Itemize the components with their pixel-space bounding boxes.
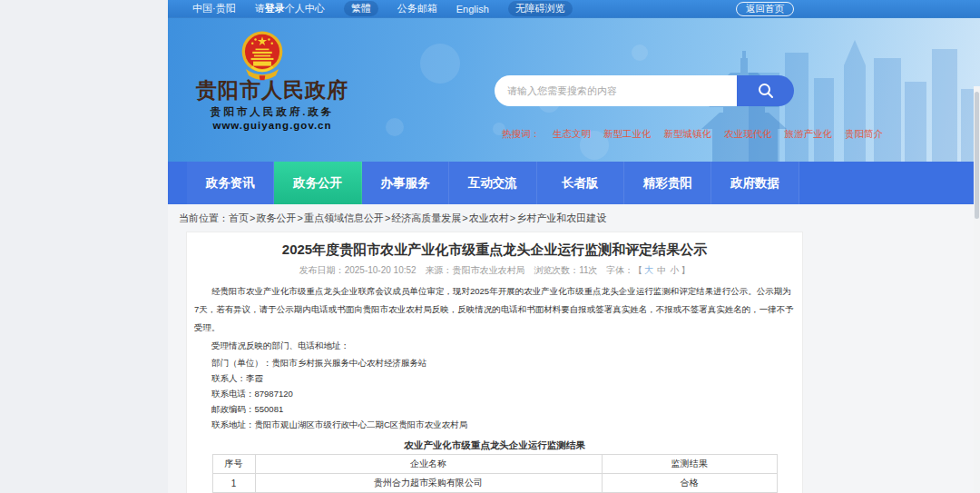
- back-home-button[interactable]: 返回首页: [736, 2, 794, 16]
- header-cell-name: 企业名称: [255, 455, 602, 474]
- hot-search-tag[interactable]: 农业现代化: [724, 128, 772, 141]
- search-button[interactable]: [737, 75, 794, 106]
- breadcrumb-link[interactable]: 经济高质量发展: [391, 212, 468, 223]
- nav-tab[interactable]: 政务资讯: [187, 162, 274, 204]
- hot-search-tag[interactable]: 新型工业化: [603, 128, 652, 141]
- site-title: 贵阳市人民政府: [168, 76, 377, 104]
- monitoring-result-table: 序号 企业名称 监测结果 1 贵州合力超市采购有限公司 合格: [212, 454, 778, 493]
- cell-result: 合格: [602, 474, 777, 493]
- official-mail-link[interactable]: 公务邮箱: [397, 2, 437, 15]
- font-size-label: 字体：【: [606, 265, 642, 275]
- breadcrumb-link[interactable]: 首页: [229, 212, 256, 223]
- breadcrumb-link[interactable]: 乡村产业和农田建设: [516, 212, 606, 223]
- article-title: 2025年度贵阳市农业产业化市级重点龙头企业运行监测和评定结果公示: [194, 242, 795, 259]
- login-suffix: 个人中心: [285, 3, 325, 14]
- page: { "utility_bar": { "region": "中国·贵阳", "l…: [0, 0, 980, 493]
- contact-detail-line: 联系地址：贵阳市观山湖区市级行政中心二期C区贵阳市农业农村局: [194, 417, 795, 432]
- contact-detail-line: 联系人：李霞: [194, 370, 795, 386]
- scrollbar-thumb[interactable]: [975, 92, 979, 219]
- table-caption: 农业产业化市级重点龙头企业运行监测结果: [194, 434, 795, 450]
- contact-detail-line: 部门（单位）：贵阳市乡村振兴服务中心农村经济服务站: [194, 355, 795, 370]
- magnifier-icon: [757, 82, 775, 100]
- utility-bar: 中国·贵阳 请登录个人中心 繁體 公务邮箱 English 无障碍浏览 返回首页: [168, 0, 980, 18]
- contact-detail-line: 联系电话：87987120: [194, 386, 795, 401]
- breadcrumb-link[interactable]: 重点领域信息公开: [304, 212, 391, 223]
- nav-tab[interactable]: 政府数据: [711, 162, 799, 204]
- article-paragraph: 受理情况反映的部门、电话和地址：: [194, 337, 795, 355]
- site-container: 中国·贵阳 请登录个人中心 繁體 公务邮箱 English 无障碍浏览 返回首页: [168, 0, 980, 493]
- login-prefix: 请: [255, 3, 265, 14]
- font-size-large-button[interactable]: 大: [644, 265, 653, 275]
- breadcrumb: 当前位置： 首页政务公开重点领域信息公开经济高质量发展农业农村乡村产业和农田建设: [168, 204, 980, 225]
- article-card: 2025年度贵阳市农业产业化市级重点龙头企业运行监测和评定结果公示 发布日期：2…: [186, 232, 803, 493]
- content-area: 当前位置： 首页政务公开重点领域信息公开经济高质量发展农业农村乡村产业和农田建设…: [168, 204, 980, 493]
- hot-search-row: 热搜词： 生态文明新型工业化新型城镇化农业现代化旅游产业化贵阳简介: [502, 128, 883, 141]
- nav-tab[interactable]: 政务公开: [274, 162, 361, 204]
- accessibility-link[interactable]: 无障碍浏览: [508, 1, 573, 16]
- table-header-row: 序号 企业名称 监测结果: [212, 455, 777, 474]
- main-nav: 政务资讯 政务公开 办事服务 互动交流 长者版 精彩贵阳 政府数据: [168, 162, 980, 204]
- english-link[interactable]: English: [456, 4, 489, 15]
- breadcrumb-link[interactable]: 政务公开: [256, 212, 303, 223]
- cell-company-name: 贵州合力超市采购有限公司: [255, 474, 602, 493]
- breadcrumb-link[interactable]: 农业农村: [469, 212, 516, 223]
- font-size-small-button[interactable]: 小: [670, 265, 679, 275]
- font-size-medium-button[interactable]: 中: [657, 265, 666, 275]
- contact-details: 部门（单位）：贵阳市乡村振兴服务中心农村经济服务站联系人：李霞联系电话：8798…: [194, 355, 795, 432]
- view-count: 浏览次数：11次: [534, 265, 597, 275]
- traditional-chinese-toggle[interactable]: 繁體: [344, 1, 378, 16]
- article-paragraph: 经贵阳市农业产业化市级重点龙头企业联席会议成员单位审定，现对2025年开展的农业…: [194, 282, 795, 337]
- header-cell-result: 监测结果: [602, 455, 777, 474]
- hot-search-tag[interactable]: 贵阳简介: [845, 128, 883, 141]
- table-row: 1 贵州合力超市采购有限公司 合格: [212, 474, 777, 493]
- hot-search-tag[interactable]: 生态文明: [553, 128, 591, 141]
- breadcrumb-label: 当前位置：: [179, 212, 229, 225]
- nav-tab[interactable]: 互动交流: [449, 162, 536, 204]
- hot-search-tag[interactable]: 旅游产业化: [785, 128, 833, 141]
- site-url: www.guiyang.gov.cn: [168, 120, 377, 131]
- hot-search-tag[interactable]: 新型城镇化: [664, 128, 712, 141]
- header-banner: 贵阳市人民政府 贵阳市人民政府.政务 www.guiyang.gov.cn 热搜…: [168, 18, 980, 162]
- article-source: 来源：贵阳市农业农村局: [425, 265, 524, 275]
- nav-tab[interactable]: 办事服务: [362, 162, 449, 204]
- contact-detail-line: 邮政编码：550081: [194, 401, 795, 417]
- font-size-label-close: 】: [681, 265, 690, 275]
- search-input[interactable]: [495, 75, 737, 106]
- publish-date: 发布日期：2025-10-20 10:52: [299, 265, 416, 275]
- hot-search-label: 热搜词：: [502, 128, 540, 141]
- region-label: 中国·贵阳: [192, 2, 236, 15]
- scrollbar[interactable]: [974, 86, 980, 493]
- nav-tab[interactable]: 精彩贵阳: [624, 162, 711, 204]
- cell-num: 1: [212, 474, 255, 493]
- login-link[interactable]: 请登录个人中心: [255, 2, 325, 15]
- national-emblem: [239, 29, 286, 82]
- header-cell-num: 序号: [212, 455, 255, 474]
- login-emphasis: 登录: [265, 3, 285, 14]
- site-subtitle: 贵阳市人民政府.政务: [168, 105, 377, 119]
- search-bar: [495, 75, 794, 106]
- nav-tab[interactable]: 长者版: [537, 162, 624, 204]
- article-meta: 发布日期：2025-10-20 10:52 来源：贵阳市农业农村局 浏览次数：1…: [194, 264, 795, 277]
